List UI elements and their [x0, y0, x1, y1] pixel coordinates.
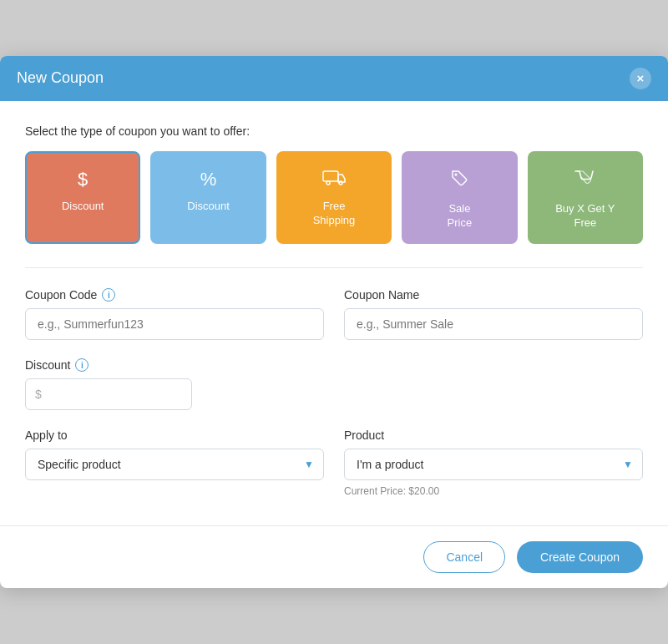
coupon-code-label: Coupon Code i — [25, 288, 324, 302]
svg-point-1 — [326, 181, 330, 185]
apply-to-label: Apply to — [25, 428, 324, 442]
discount-input[interactable] — [25, 378, 192, 410]
coupon-type-selector: $ Discount % Discount FreeShipping — [25, 151, 643, 244]
coupon-type-buy[interactable]: Buy X Get YFree — [528, 151, 643, 244]
coupon-type-buy-label: Buy X Get YFree — [555, 202, 615, 231]
coupon-type-prompt: Select the type of coupon you want to of… — [25, 124, 643, 138]
svg-point-2 — [339, 181, 342, 185]
buy-icon — [574, 168, 597, 195]
form-row-3: Apply to Specific product All products C… — [25, 428, 643, 497]
coupon-type-shipping-label: FreeShipping — [313, 200, 356, 228]
product-select-wrapper: I'm a product Another product ▼ — [344, 449, 643, 480]
percent-icon: % — [200, 168, 217, 192]
coupon-name-label: Coupon Name — [344, 288, 643, 302]
apply-to-select[interactable]: Specific product All products Category — [25, 449, 324, 480]
cancel-button[interactable]: Cancel — [423, 541, 505, 573]
shipping-icon — [322, 168, 346, 192]
coupon-code-info-icon: i — [102, 288, 115, 302]
coupon-type-percent[interactable]: % Discount — [150, 151, 266, 244]
svg-rect-0 — [323, 171, 338, 181]
coupon-type-sale[interactable]: SalePrice — [402, 151, 517, 244]
apply-to-group: Apply to Specific product All products C… — [25, 428, 324, 497]
dollar-prefix: $ — [35, 388, 42, 401]
sale-icon — [449, 168, 469, 195]
coupon-type-dollar[interactable]: $ Discount — [25, 151, 140, 244]
coupon-name-group: Coupon Name — [344, 288, 643, 340]
product-group: Product I'm a product Another product ▼ … — [344, 428, 643, 497]
divider-1 — [25, 267, 643, 268]
current-price: Current Price: $20.00 — [344, 485, 643, 497]
svg-point-3 — [455, 173, 458, 175]
discount-info-icon: i — [75, 358, 89, 372]
product-label: Product — [344, 428, 643, 442]
coupon-code-input[interactable] — [25, 308, 324, 340]
new-coupon-modal: New Coupon × Select the type of coupon y… — [0, 56, 668, 588]
product-select[interactable]: I'm a product Another product — [344, 449, 643, 480]
dollar-icon: $ — [78, 168, 88, 192]
form-row-2: Discount i $ — [25, 358, 643, 410]
modal-footer: Cancel Create Coupon — [0, 525, 668, 588]
discount-input-wrapper: $ — [25, 378, 192, 410]
coupon-type-shipping[interactable]: FreeShipping — [276, 151, 392, 244]
modal-title: New Coupon — [17, 69, 104, 87]
coupon-type-dollar-label: Discount — [62, 200, 104, 214]
close-button[interactable]: × — [630, 68, 651, 89]
form-section: Coupon Code i Coupon Name Discount i — [25, 288, 643, 519]
discount-group: Discount i $ — [25, 358, 192, 410]
coupon-name-input[interactable] — [344, 308, 643, 340]
discount-label: Discount i — [25, 358, 192, 372]
modal-body: Select the type of coupon you want to of… — [0, 101, 668, 519]
coupon-type-percent-label: Discount — [187, 200, 230, 214]
coupon-type-sale-label: SalePrice — [448, 202, 473, 231]
modal-header: New Coupon × — [0, 56, 668, 101]
create-coupon-button[interactable]: Create Coupon — [517, 541, 643, 573]
apply-to-select-wrapper: Specific product All products Category ▼ — [25, 449, 324, 480]
coupon-code-group: Coupon Code i — [25, 288, 324, 340]
form-row-1: Coupon Code i Coupon Name — [25, 288, 643, 340]
